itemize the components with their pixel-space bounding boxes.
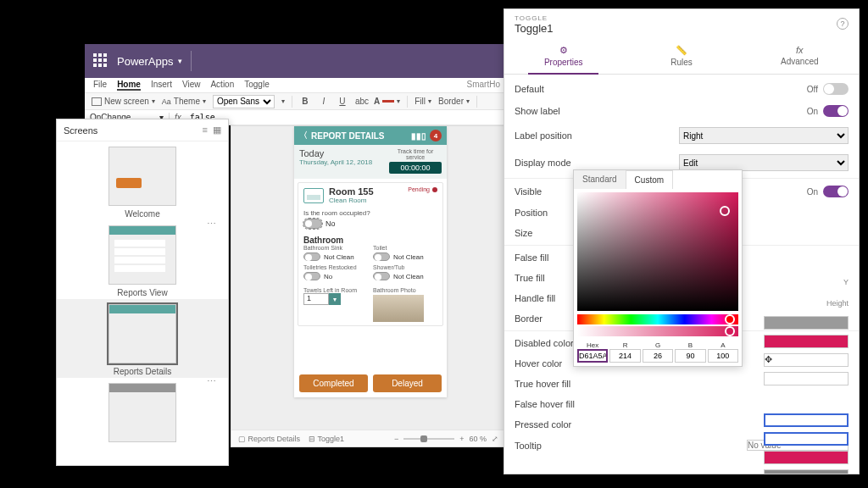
visible-toggle[interactable] [823,186,849,197]
a-input[interactable] [708,349,738,363]
zoom-value: 60 % [469,435,487,443]
waffle-icon[interactable] [93,53,108,69]
font-select[interactable]: Open Sans [213,95,275,108]
strike-button[interactable]: abc [355,97,367,106]
bed-icon [303,188,324,203]
hover-color-swatch[interactable] [764,432,849,446]
chevron-down-icon[interactable]: ▾ [178,57,182,65]
color-picker: Standard Custom Hex R G B A [573,169,743,367]
true-hover-fill-swatch[interactable] [764,451,849,464]
date-label: Thursday, April 12, 2018 [299,158,372,166]
today-label: Today [299,148,372,158]
border-button[interactable]: Border▾ [438,97,470,106]
display-mode-select[interactable]: Edit [679,154,849,171]
zoom-in-icon[interactable]: + [459,435,464,443]
default-toggle[interactable] [823,83,849,95]
thumbnail-view-icon[interactable]: ▦ [213,125,221,136]
design-canvas: 〈 REPORT DETAILS ▮▮▯ 4 Today Thursday, A… [231,125,506,447]
panel-tabs: ⚙Properties 📏Rules fxAdvanced [504,40,859,75]
screen-title: REPORT DETAILS [311,131,384,141]
fill-button[interactable]: Fill▾ [415,97,431,106]
track-time-label: Track time for service [389,148,442,160]
tab-properties[interactable]: ⚙Properties [504,40,622,74]
menu-toggle[interactable]: Toggle [244,80,269,91]
canvas-status-bar: ▢ Reports Details ⊟ Toggle1 − + 60 % ⤢ [231,430,505,446]
bathroom-section-title: Bathroom [303,236,437,245]
shower-toggle[interactable]: Not Clean [373,272,424,280]
room-task: Clean Room [329,197,374,204]
color-gradient[interactable] [577,192,738,311]
screen-thumb-reports-details[interactable]: Reports Details ⋯ [57,299,228,378]
picker-tab-custom[interactable]: Custom [626,170,673,189]
tab-rules[interactable]: 📏Rules [622,40,740,74]
show-label-toggle[interactable] [823,105,849,117]
zoom-out-icon[interactable]: − [394,435,398,443]
tree-view-icon[interactable]: ≡ [203,125,208,136]
underline-button[interactable]: U [337,97,348,106]
menu-file[interactable]: File [93,80,107,91]
menu-home[interactable]: Home [117,80,141,91]
menu-bar: File Home Insert View Action Toggle Smar… [85,78,509,93]
signal-icon: ▮▮▯ [411,131,426,141]
screens-title: Screens [64,125,97,136]
menu-insert[interactable]: Insert [151,80,172,91]
notification-badge[interactable]: 4 [430,130,442,141]
handle-fill-swatch[interactable]: ✥ [764,353,849,367]
breadcrumb-control[interactable]: ⊟ Toggle1 [309,435,344,443]
occupied-question: Is the room occupied? [303,209,437,217]
bold-button[interactable]: B [299,97,311,106]
new-screen-button[interactable]: New screen▾ [92,97,155,106]
sink-toggle[interactable]: Not Clean [303,252,354,261]
screen-thumb-welcome[interactable]: Welcome ⋯ [57,141,228,220]
fit-icon[interactable]: ⤢ [492,435,498,443]
occupied-toggle[interactable]: No [303,219,336,229]
menu-view[interactable]: View [182,80,201,91]
towels-stepper[interactable]: 1▾ [303,293,368,305]
false-fill-swatch[interactable] [764,316,849,330]
bathroom-photo[interactable] [373,295,424,322]
toilet-toggle[interactable]: Not Clean [373,252,424,261]
room-card: Pending Room 155 Clean Room Is the room … [298,182,443,326]
screens-panel: Screens ≡ ▦ Welcome ⋯ Reports View ⋯ Rep… [56,119,229,466]
zoom-slider[interactable] [403,438,454,440]
b-input[interactable] [675,349,705,363]
back-icon[interactable]: 〈 [299,130,308,141]
phone-preview: 〈 REPORT DETAILS ▮▮▯ 4 Today Thursday, A… [294,126,447,397]
ribbon-toolbar: New screen▾ AaTheme▾ Open Sans ▾ B I U a… [85,93,509,110]
chevron-down-icon: ▾ [329,293,341,305]
screen-thumb-reports-view[interactable]: Reports View ⋯ [57,220,228,299]
screen-thumb-4[interactable] [57,378,228,447]
disabled-color-swatch[interactable] [764,413,849,427]
tab-advanced[interactable]: fxAdvanced [741,40,859,74]
app-name: PowerApps [117,55,173,68]
control-type: TOGGLE [515,14,849,22]
r-input[interactable] [609,349,640,363]
picker-tab-standard[interactable]: Standard [574,170,626,189]
delayed-button[interactable]: Delayed [373,374,442,392]
control-name: Toggle1 [515,22,849,35]
screen-header: 〈 REPORT DETAILS ▮▮▯ 4 [294,126,447,145]
room-number: Room 155 [329,186,374,197]
status-badge: Pending [408,186,437,192]
italic-button[interactable]: I [318,97,330,106]
theme-button[interactable]: AaTheme▾ [162,97,206,106]
completed-button[interactable]: Completed [299,374,368,392]
hex-input[interactable] [577,349,608,363]
menu-action[interactable]: Action [210,80,234,91]
toiletries-toggle[interactable]: No [303,272,332,280]
doc-name: SmartHo [467,80,500,91]
breadcrumb-screen[interactable]: ▢ Reports Details [238,435,300,443]
true-fill-swatch[interactable] [764,335,849,348]
app-header: PowerApps ▾ [85,44,509,78]
false-hover-fill-swatch[interactable] [764,469,849,474]
timer-display[interactable]: 00:00:00 [389,162,442,174]
hue-slider[interactable] [577,314,738,324]
alpha-slider[interactable] [577,326,738,336]
font-color-button[interactable]: A▾ [374,97,400,106]
g-input[interactable] [643,349,673,363]
border-swatch[interactable] [764,372,849,385]
label-position-select[interactable]: Right [679,127,849,144]
help-icon[interactable]: ? [837,18,849,30]
